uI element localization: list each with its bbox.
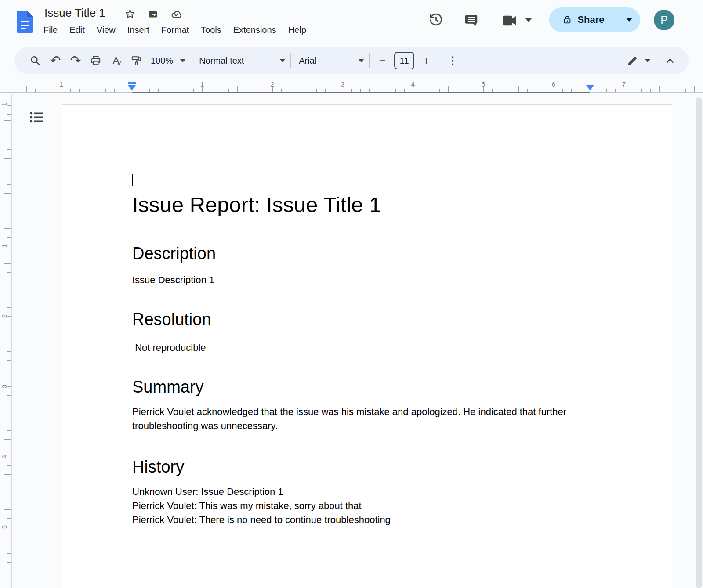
toolbar-divider <box>290 53 291 68</box>
zoom-value: 100% <box>151 56 173 66</box>
version-history-icon[interactable] <box>428 12 444 28</box>
toolbar-divider <box>439 53 439 68</box>
section-heading-description[interactable]: Description <box>132 242 602 264</box>
section-heading-history[interactable]: History <box>132 456 602 478</box>
left-indent-marker[interactable] <box>128 85 136 90</box>
text-cursor <box>132 174 133 186</box>
menu-file[interactable]: File <box>43 25 58 35</box>
menu-edit[interactable]: Edit <box>69 25 84 35</box>
editing-mode-select[interactable] <box>627 55 650 66</box>
doc-title-heading[interactable]: Issue Report: Issue Title 1 <box>132 191 602 219</box>
meet-dropdown-caret-icon[interactable] <box>525 18 532 22</box>
toolbar-divider <box>656 53 656 68</box>
document-title-input[interactable]: Issue Title 1 <box>44 6 105 20</box>
meet-video-icon[interactable] <box>502 14 518 27</box>
ruler-number: 7 <box>622 80 626 88</box>
move-folder-icon[interactable] <box>147 8 159 20</box>
menubar: File Edit View Insert Format Tools Exten… <box>43 25 306 35</box>
section-heading-resolution[interactable]: Resolution <box>132 308 602 330</box>
ruler-number: 1 <box>0 101 8 108</box>
docs-logo-line <box>21 21 29 22</box>
cloud-saved-icon[interactable] <box>170 8 182 20</box>
menu-view[interactable]: View <box>97 25 116 35</box>
empty-first-line[interactable] <box>132 174 602 187</box>
share-dropdown-caret-icon[interactable] <box>618 18 640 22</box>
font-size-input[interactable]: 11 <box>394 52 414 69</box>
menu-tools[interactable]: Tools <box>201 25 221 35</box>
spellcheck-icon[interactable]: A ✓ <box>106 51 126 71</box>
docs-logo-corner-cut <box>27 11 33 17</box>
lock-icon <box>562 15 572 25</box>
font-family-value: Arial <box>299 56 316 66</box>
paragraph-style-caret-icon <box>280 59 285 62</box>
menu-extensions[interactable]: Extensions <box>233 25 276 35</box>
redo-icon[interactable]: ↷ <box>65 51 86 71</box>
font-family-select[interactable]: Arial <box>299 56 364 66</box>
paragraph[interactable]: Not reproducible <box>132 341 602 355</box>
increase-font-size-button[interactable]: + <box>419 51 434 71</box>
avatar-initial: P <box>660 14 668 26</box>
page-top-gutter-line <box>12 105 62 105</box>
ruler-number: 3 <box>341 80 344 88</box>
font-family-caret-icon <box>359 59 364 62</box>
more-toolbar-options-icon[interactable]: ⋮ <box>445 51 460 71</box>
share-button[interactable]: Share <box>549 7 640 32</box>
app-header: Issue Title 1 File Edit View Insert Form… <box>0 0 703 44</box>
ruler-number: 1 <box>60 80 63 88</box>
comments-icon[interactable] <box>464 13 478 27</box>
paint-format-icon[interactable] <box>126 51 146 71</box>
right-indent-marker[interactable] <box>586 85 594 90</box>
document-page[interactable]: Issue Report: Issue Title 1 Description … <box>62 104 672 588</box>
decrease-font-size-button[interactable]: − <box>375 51 390 71</box>
ruler-number: 3 <box>0 383 8 390</box>
paragraph[interactable]: Unknown User: Issue Description 1 <box>132 485 602 499</box>
ruler-number: 5 <box>482 80 485 88</box>
ruler-number: 5 <box>0 523 8 530</box>
account-avatar[interactable]: P <box>654 10 674 30</box>
star-icon[interactable] <box>124 8 136 20</box>
menu-insert[interactable]: Insert <box>127 25 149 35</box>
print-icon[interactable] <box>86 51 106 71</box>
menu-format[interactable]: Format <box>161 25 189 35</box>
paragraph[interactable]: Pierrick Voulet: There is no need to con… <box>132 513 602 527</box>
ruler-margin-span <box>132 92 590 93</box>
ruler-number: 6 <box>552 80 555 88</box>
share-button-main[interactable]: Share <box>549 14 618 25</box>
pencil-icon <box>627 55 638 66</box>
docs-logo-icon[interactable] <box>17 11 33 33</box>
ruler-number: 2 <box>271 80 274 88</box>
section-heading-summary[interactable]: Summary <box>132 376 602 398</box>
search-menus-icon[interactable] <box>25 51 45 71</box>
menu-help[interactable]: Help <box>288 25 306 35</box>
docs-logo-line <box>21 25 29 26</box>
paragraph[interactable]: Issue Description 1 <box>132 273 602 287</box>
paragraph-style-value: Normal text <box>199 56 244 66</box>
ruler-number: 4 <box>411 80 415 88</box>
document-content: Issue Report: Issue Title 1 Description … <box>62 105 672 527</box>
zoom-caret-icon <box>180 59 185 62</box>
hide-menus-chevron-up-icon[interactable] <box>661 51 679 71</box>
paragraph[interactable]: Pierrick Voulet: This was my mistake, so… <box>132 499 602 513</box>
share-button-label: Share <box>577 14 604 25</box>
editing-mode-caret-icon <box>645 59 650 62</box>
paragraph-style-select[interactable]: Normal text <box>199 56 285 66</box>
vertical-ruler: 1 1 2 3 4 5 <box>0 94 12 588</box>
toolbar-divider <box>369 53 370 68</box>
ruler-major-ticks <box>0 86 703 92</box>
vertical-scrollbar-thumb[interactable] <box>696 97 702 588</box>
toolbar: ↶ ↷ A ✓ 100% Normal text Arial <box>14 47 689 74</box>
ruler-number: 1 <box>200 80 204 88</box>
zoom-select[interactable]: 100% <box>151 56 185 66</box>
docs-logo-line <box>21 28 26 29</box>
first-line-indent-marker[interactable] <box>128 82 136 84</box>
paragraph[interactable]: Pierrick Voulet acknowledged that the is… <box>132 405 602 433</box>
ruler-major-ticks <box>4 94 11 588</box>
horizontal-ruler: 1 1 2 3 4 5 6 7 <box>0 80 703 93</box>
ruler-number: 4 <box>0 453 8 460</box>
show-document-outline-icon[interactable] <box>28 109 45 126</box>
toolbar-divider <box>191 53 191 68</box>
ruler-number: 2 <box>0 313 8 320</box>
undo-icon[interactable]: ↶ <box>45 51 65 71</box>
ruler-number: 1 <box>0 242 8 249</box>
